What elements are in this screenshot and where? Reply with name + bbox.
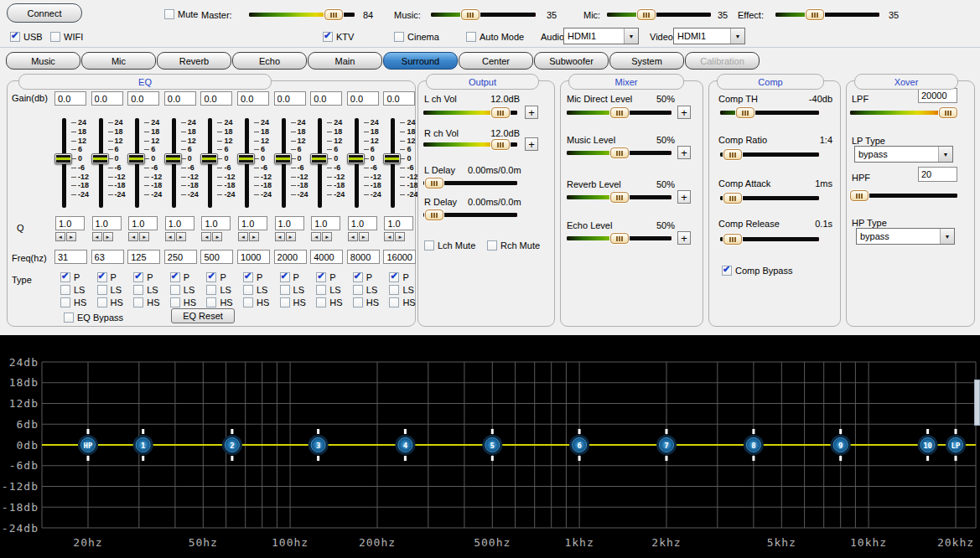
eq-slider-handle-3[interactable] [127,153,145,164]
eq-q-input-10[interactable] [384,216,413,230]
connect-button[interactable]: Connect [7,3,82,23]
spinner-left-button[interactable]: ◄ [275,232,285,241]
tab-music[interactable]: Music [6,52,80,70]
eq-type-p-6[interactable]: P [243,271,262,283]
spinner-right-button[interactable]: ► [249,232,259,241]
comp-bypass-checkbox[interactable]: Comp Bypass [722,265,792,276]
comp-slider-2[interactable] [720,149,819,160]
eq-type-p-8[interactable]: P [316,271,335,283]
spinner-right-button[interactable]: ► [139,232,149,241]
eq-type-p-10[interactable]: P [389,271,408,283]
eq-type-ls-9[interactable]: LS [353,284,377,296]
eq-slider-handle-9[interactable] [347,153,365,164]
spinner-right-button[interactable]: ► [395,232,405,241]
eq-slider-handle-2[interactable] [91,153,109,164]
eq-gain-input-3[interactable] [127,91,159,106]
mixer-slider-1[interactable] [567,107,671,118]
eq-gain-input-4[interactable] [164,91,196,106]
eq-type-hs-9[interactable]: HS [353,297,379,308]
eq-type-ls-7[interactable]: LS [280,284,304,296]
slider-handle[interactable] [806,9,824,20]
spinner-left-button[interactable]: ◄ [384,232,394,241]
tab-system[interactable]: System [609,52,684,70]
spinner-left-button[interactable]: ◄ [165,232,175,241]
slider-handle[interactable] [939,107,957,118]
eq-gain-input-9[interactable] [347,91,379,106]
eq-type-hs-4[interactable]: HS [170,297,196,308]
eq-type-ls-6[interactable]: LS [243,284,267,296]
eq-type-p-2[interactable]: P [97,271,117,283]
eq-type-p-7[interactable]: P [280,271,299,283]
eq-gain-input-7[interactable] [274,91,306,106]
slider-handle[interactable] [723,149,742,160]
lch-mute-checkbox[interactable]: Lch Mute [424,240,475,251]
video-select[interactable]: HDMI1▼ [673,28,745,44]
slider-handle[interactable] [610,147,629,158]
eq-q-input-4[interactable] [165,216,194,230]
output-slider-3[interactable] [423,178,517,189]
slider-handle[interactable] [637,9,656,20]
lpf-input[interactable] [918,88,957,103]
eq-q-input-1[interactable] [55,216,85,230]
usb-checkbox[interactable]: USB [10,31,43,43]
tab-center[interactable]: Center [459,52,533,70]
effect-slider[interactable] [775,9,879,20]
slider-handle[interactable] [723,193,742,204]
mixer-slider-4[interactable] [567,233,671,244]
spinner-right-button[interactable]: ► [212,232,222,241]
spinner-left-button[interactable]: ◄ [238,232,248,241]
lp-type-select[interactable]: bypass▼ [854,146,953,163]
eq-slider-handle-6[interactable] [237,153,255,164]
eq-type-p-9[interactable]: P [353,271,372,283]
eq-q-input-3[interactable] [128,216,158,230]
spinner-left-button[interactable]: ◄ [348,232,358,241]
output-slider-4[interactable] [423,209,517,220]
output-slider-2[interactable] [423,139,517,150]
eq-gain-input-2[interactable] [91,91,123,106]
tab-echo[interactable]: Echo [232,52,307,70]
increase-button[interactable]: + [525,137,538,151]
eq-slider-handle-7[interactable] [274,153,292,164]
increase-button[interactable]: + [677,231,691,245]
eq-q-input-8[interactable] [311,216,340,230]
mixer-slider-2[interactable] [567,147,671,158]
eq-type-p-3[interactable]: P [133,271,153,283]
slider-handle[interactable] [610,107,629,118]
eq-type-hs-2[interactable]: HS [97,297,123,308]
tab-calibration[interactable]: Calibration [685,52,760,70]
increase-button[interactable]: + [677,190,691,204]
eq-freq-input-2[interactable] [91,250,124,264]
rch-mute-checkbox[interactable]: Rch Mute [487,240,540,251]
hp-type-select[interactable]: bypass▼ [856,228,955,245]
eq-type-hs-6[interactable]: HS [243,297,269,308]
spinner-right-button[interactable]: ► [66,232,76,241]
eq-type-ls-10[interactable]: LS [389,284,413,296]
spinner-right-button[interactable]: ► [322,232,332,241]
eq-reset-button[interactable]: EQ Reset [171,308,235,323]
eq-type-hs-7[interactable]: HS [280,297,306,308]
wifi-checkbox[interactable]: WIFI [50,31,83,43]
eq-freq-input-6[interactable] [237,250,270,264]
eq-gain-input-6[interactable] [237,91,269,106]
eq-slider-handle-4[interactable] [164,153,182,164]
comp-slider-4[interactable] [720,234,819,245]
spinner-right-button[interactable]: ► [286,232,296,241]
auto-mode-checkbox[interactable]: Auto Mode [466,31,524,43]
eq-slider-handle-1[interactable] [54,153,72,164]
eq-type-hs-10[interactable]: HS [389,297,415,308]
ktv-checkbox[interactable]: KTV [323,31,354,43]
increase-button[interactable]: + [677,146,691,159]
spinner-right-button[interactable]: ► [176,232,186,241]
eq-gain-input-5[interactable] [200,91,232,106]
audio-select[interactable]: HDMI1▼ [563,28,639,44]
hpf-slider[interactable] [850,190,957,201]
eq-type-hs-1[interactable]: HS [60,297,86,308]
slider-handle[interactable] [610,192,629,203]
eq-type-p-5[interactable]: P [206,271,226,283]
eq-type-p-4[interactable]: P [170,271,189,283]
mixer-slider-3[interactable] [567,192,671,203]
eq-freq-input-9[interactable] [347,250,380,264]
slider-handle[interactable] [491,107,510,118]
eq-type-ls-4[interactable]: LS [170,284,194,296]
spinner-right-button[interactable]: ► [103,232,113,241]
